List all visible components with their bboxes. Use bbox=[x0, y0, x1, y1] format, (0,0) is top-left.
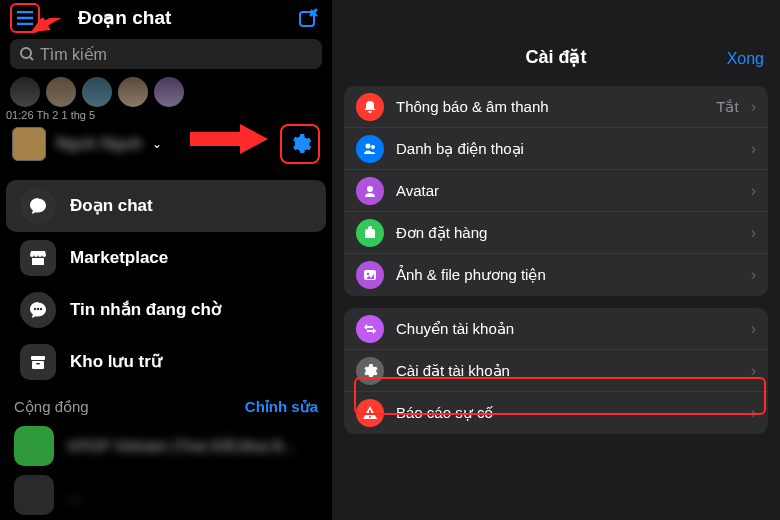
story-avatar[interactable] bbox=[82, 77, 112, 107]
row-avatar[interactable]: Avatar › bbox=[344, 170, 768, 212]
row-notifications[interactable]: Thông báo & âm thanh Tắt › bbox=[344, 86, 768, 128]
story-row bbox=[0, 73, 332, 107]
settings-button[interactable] bbox=[280, 124, 320, 164]
svg-point-11 bbox=[37, 308, 39, 310]
hamburger-icon bbox=[16, 11, 34, 25]
hamburger-button[interactable] bbox=[10, 3, 40, 33]
row-label: Đơn đặt hàng bbox=[396, 224, 739, 242]
row-label: Chuyển tài khoản bbox=[396, 320, 739, 338]
orders-icon bbox=[356, 219, 384, 247]
community-header: Cộng đồng Chỉnh sửa bbox=[0, 388, 332, 422]
menu-item-archive[interactable]: Kho lưu trữ bbox=[6, 336, 326, 388]
messenger-drawer: Đoạn chat Tìm kiếm 01:26 Th 2 1 thg 5 Ng… bbox=[0, 0, 332, 520]
archive-icon bbox=[20, 344, 56, 380]
page-title: Đoạn chat bbox=[78, 6, 286, 29]
bell-icon bbox=[356, 93, 384, 121]
community-item[interactable]: ... bbox=[0, 471, 332, 520]
svg-point-12 bbox=[40, 308, 42, 310]
menu-label: Marketplace bbox=[70, 248, 168, 268]
report-icon bbox=[356, 399, 384, 427]
done-button[interactable]: Xong bbox=[727, 50, 764, 68]
svg-rect-13 bbox=[31, 356, 45, 360]
row-label: Danh bạ điện thoại bbox=[396, 140, 739, 158]
chevron-right-icon: › bbox=[751, 266, 756, 284]
compose-icon bbox=[297, 7, 319, 29]
avatar-icon bbox=[356, 177, 384, 205]
profile-name: Nguh Nguh bbox=[56, 135, 142, 153]
edit-button[interactable]: Chỉnh sửa bbox=[245, 398, 318, 416]
menu-label: Đoạn chat bbox=[70, 195, 153, 216]
svg-point-21 bbox=[367, 273, 369, 275]
community-name: KPOP Vietnam (Trao Đổi,Mua B... bbox=[68, 437, 295, 455]
menu-item-chats[interactable]: Đoạn chat bbox=[6, 180, 326, 232]
svg-point-7 bbox=[21, 48, 31, 58]
chevron-right-icon: › bbox=[751, 320, 756, 338]
svg-rect-14 bbox=[32, 361, 44, 369]
message-requests-icon bbox=[20, 292, 56, 328]
row-label: Ảnh & file phương tiện bbox=[396, 266, 739, 284]
row-value: Tắt bbox=[716, 98, 738, 116]
community-avatar bbox=[14, 426, 54, 466]
switch-account-icon bbox=[356, 315, 384, 343]
menu-label: Kho lưu trữ bbox=[70, 351, 162, 372]
row-media[interactable]: Ảnh & file phương tiện › bbox=[344, 254, 768, 296]
community-title: Cộng đồng bbox=[14, 398, 89, 416]
search-placeholder: Tìm kiếm bbox=[40, 45, 107, 64]
menu-label: Tin nhắn đang chờ bbox=[70, 299, 221, 320]
menu-item-marketplace[interactable]: Marketplace bbox=[6, 232, 326, 284]
compose-button[interactable] bbox=[294, 4, 322, 32]
community-item[interactable]: KPOP Vietnam (Trao Đổi,Mua B... bbox=[0, 422, 332, 471]
svg-point-10 bbox=[34, 308, 36, 310]
avatar bbox=[12, 127, 46, 161]
status-timestamp: 01:26 Th 2 1 thg 5 bbox=[0, 107, 332, 123]
svg-rect-15 bbox=[36, 363, 40, 365]
svg-line-8 bbox=[30, 57, 33, 60]
row-switch-account[interactable]: Chuyển tài khoản › bbox=[344, 308, 768, 350]
chevron-right-icon: › bbox=[751, 404, 756, 422]
row-label: Thông báo & âm thanh bbox=[396, 98, 704, 115]
chevron-right-icon: › bbox=[751, 224, 756, 242]
search-icon bbox=[20, 47, 34, 61]
chevron-right-icon: › bbox=[751, 362, 756, 380]
story-avatar[interactable] bbox=[10, 77, 40, 107]
contacts-icon bbox=[356, 135, 384, 163]
community-avatar bbox=[14, 475, 54, 515]
top-bar: Đoạn chat bbox=[0, 0, 332, 35]
story-avatar[interactable] bbox=[46, 77, 76, 107]
chevron-right-icon: › bbox=[751, 182, 756, 200]
profile-row[interactable]: Nguh Nguh ⌄ bbox=[0, 123, 332, 166]
settings-group-1: Thông báo & âm thanh Tắt › Danh bạ điện … bbox=[344, 86, 768, 296]
row-label: Cài đặt tài khoản bbox=[396, 362, 739, 380]
settings-group-2: Chuyển tài khoản › Cài đặt tài khoản › B… bbox=[344, 308, 768, 434]
svg-point-16 bbox=[366, 143, 371, 148]
search-input[interactable]: Tìm kiếm bbox=[10, 39, 322, 68]
svg-point-17 bbox=[371, 145, 375, 149]
row-account-settings[interactable]: Cài đặt tài khoản › bbox=[344, 350, 768, 392]
story-avatar[interactable] bbox=[118, 77, 148, 107]
row-label: Avatar bbox=[396, 182, 739, 199]
drawer-menu: Đoạn chat Marketplace Tin nhắn đang chờ … bbox=[0, 180, 332, 388]
chat-icon bbox=[20, 188, 56, 224]
row-orders[interactable]: Đơn đặt hàng › bbox=[344, 212, 768, 254]
row-label: Báo cáo sự cố bbox=[396, 404, 739, 422]
chevron-right-icon: › bbox=[751, 140, 756, 158]
svg-rect-19 bbox=[365, 231, 375, 238]
community-name: ... bbox=[68, 487, 81, 504]
svg-point-18 bbox=[367, 186, 373, 192]
settings-panel: Cài đặt Xong Thông báo & âm thanh Tắt › … bbox=[332, 0, 780, 520]
media-icon bbox=[356, 261, 384, 289]
settings-icon bbox=[356, 357, 384, 385]
chevron-right-icon: › bbox=[751, 98, 756, 116]
chevron-down-icon: ⌄ bbox=[152, 137, 162, 151]
menu-item-requests[interactable]: Tin nhắn đang chờ bbox=[6, 284, 326, 336]
story-avatar[interactable] bbox=[154, 77, 184, 107]
gear-icon bbox=[288, 132, 312, 156]
row-contacts[interactable]: Danh bạ điện thoại › bbox=[344, 128, 768, 170]
marketplace-icon bbox=[20, 240, 56, 276]
settings-title: Cài đặt bbox=[525, 46, 586, 68]
settings-header: Cài đặt Xong bbox=[332, 0, 780, 80]
row-report[interactable]: Báo cáo sự cố › bbox=[344, 392, 768, 434]
